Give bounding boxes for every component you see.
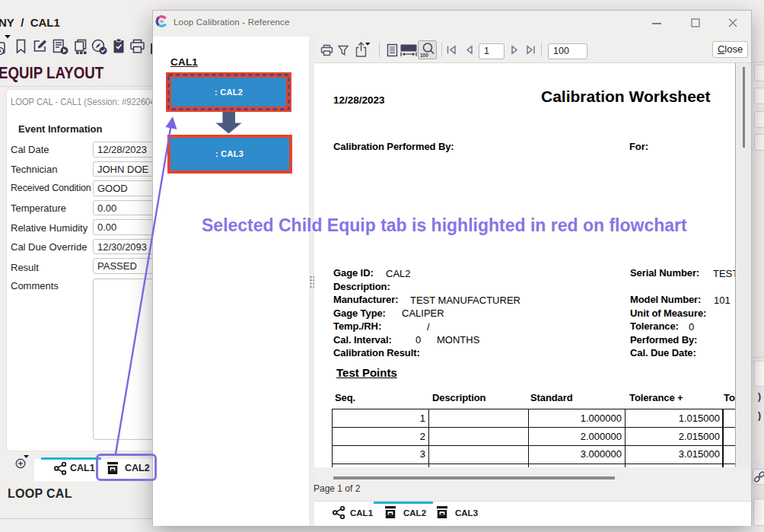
svg-text:100: 100 — [420, 53, 428, 58]
